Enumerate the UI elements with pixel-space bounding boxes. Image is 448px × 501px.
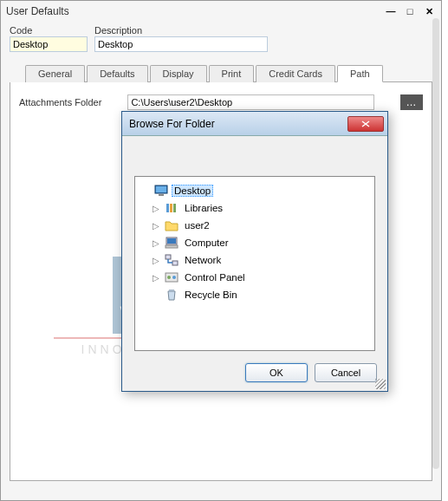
svg-rect-2 [159,194,164,196]
tab-print[interactable]: Print [209,65,255,82]
window-controls: — □ ✕ [384,5,436,17]
dialog-button-row: OK Cancel [245,363,377,382]
tree-label: Desktop [172,185,213,197]
tree-label: Control Panel [182,271,248,283]
expander-icon[interactable]: ▷ [151,256,161,265]
cancel-button[interactable]: Cancel [315,363,377,382]
svg-rect-4 [170,204,172,212]
tree-label: Computer [182,237,231,249]
svg-rect-9 [166,255,171,259]
tree-item-network[interactable]: ▷ Network [151,251,369,269]
svg-rect-3 [166,204,169,212]
computer-icon [165,236,179,250]
dialog-title-bar: Browse For Folder [122,112,387,136]
dialog-close-button[interactable] [347,116,384,132]
tree-item-control-panel[interactable]: ▷ Control Panel [151,269,369,286]
control-panel-icon [165,270,179,284]
network-icon [165,253,179,267]
attachments-folder-input[interactable] [127,94,374,110]
tree-item-desktop[interactable]: Desktop [140,182,369,199]
tree-item-user2[interactable]: ▷ user2 [151,217,369,234]
tree-item-computer[interactable]: ▷ Computer [151,234,369,251]
svg-point-13 [172,276,176,279]
svg-rect-5 [173,204,176,212]
svg-rect-10 [172,261,178,265]
tree-item-libraries[interactable]: ▷ Libraries [151,199,369,217]
code-label: Code [10,25,88,36]
svg-rect-14 [169,290,174,291]
form-row: Code Description [1,22,441,55]
svg-rect-8 [166,245,178,248]
tab-general[interactable]: General [25,65,85,82]
minimize-button[interactable]: — [384,5,398,17]
description-input[interactable] [94,36,268,52]
close-icon [361,120,370,127]
tab-path[interactable]: Path [337,65,383,82]
window-title: User Defaults [6,5,69,17]
desktop-icon [154,184,168,198]
browse-button[interactable]: … [400,94,423,110]
expander-icon[interactable]: ▷ [151,238,161,248]
tree-item-recycle-bin[interactable]: Recycle Bin [151,286,369,303]
libraries-icon [165,201,179,215]
svg-point-12 [167,276,171,279]
dialog-title: Browse For Folder [129,118,215,130]
tab-credit-cards[interactable]: Credit Cards [256,65,335,82]
description-label: Description [94,25,268,36]
tree-label: Recycle Bin [182,289,240,301]
browse-for-folder-dialog: Browse For Folder Desktop ▷ Libraries [121,111,388,392]
tab-display[interactable]: Display [150,65,207,82]
svg-rect-1 [156,186,166,192]
expander-icon[interactable]: ▷ [151,273,161,283]
svg-rect-7 [167,238,176,244]
ok-button[interactable]: OK [245,363,308,382]
maximize-button[interactable]: □ [403,5,417,17]
expander-icon[interactable]: ▷ [151,204,161,213]
folder-icon [165,218,179,232]
attachments-folder-label: Attachments Folder [19,97,101,107]
close-button[interactable]: ✕ [422,5,436,17]
title-bar: User Defaults — □ ✕ [1,1,441,22]
tree-label: user2 [182,219,212,231]
tree-label: Libraries [182,202,225,214]
resize-grip[interactable] [375,379,386,389]
tab-defaults[interactable]: Defaults [87,65,147,82]
expander-icon[interactable]: ▷ [151,221,161,231]
recycle-bin-icon [165,288,179,302]
tabs-row: General Defaults Display Print Credit Ca… [25,64,432,82]
folder-tree[interactable]: Desktop ▷ Libraries ▷ user2 ▷ [134,176,375,351]
dialog-body: Desktop ▷ Libraries ▷ user2 ▷ [122,136,387,335]
code-input[interactable] [10,36,88,52]
attachments-row: Attachments Folder … [19,94,423,110]
tree-label: Network [182,254,224,266]
scrollbar[interactable] [432,18,439,469]
